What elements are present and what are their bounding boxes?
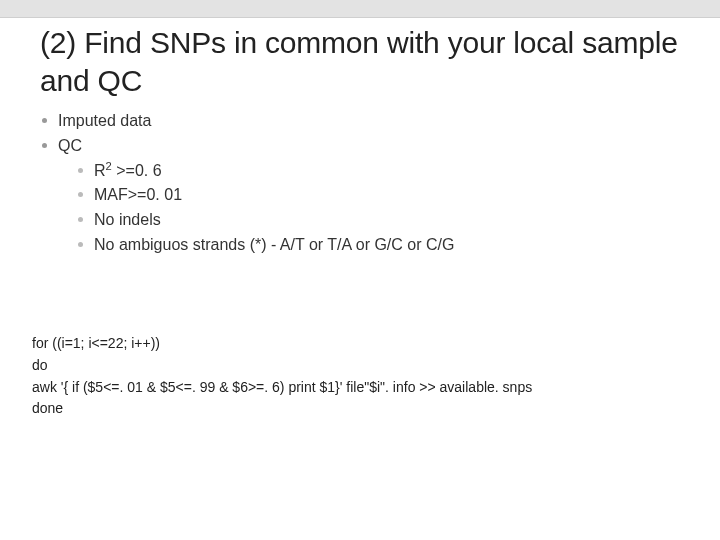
list-item-label: QC: [58, 137, 82, 154]
slide: (2) Find SNPs in common with your local …: [0, 0, 720, 540]
text-suffix: >=0. 6: [112, 162, 162, 179]
code-line: done: [32, 398, 672, 420]
list-item: No indels: [76, 208, 680, 233]
code-line: for ((i=1; i<=22; i++)): [32, 333, 672, 355]
list-item: R2 >=0. 6: [76, 159, 680, 184]
slide-content: (2) Find SNPs in common with your local …: [0, 18, 720, 258]
list-item: No ambiguos strands (*) - A/T or T/A or …: [76, 233, 680, 258]
code-line: do: [32, 355, 672, 377]
top-bar: [0, 0, 720, 18]
bullet-list-level1: Imputed data QC R2 >=0. 6 MAF>=0. 01 No …: [40, 109, 680, 258]
list-item: QC R2 >=0. 6 MAF>=0. 01 No indels No amb…: [40, 134, 680, 258]
bullet-list-level2: R2 >=0. 6 MAF>=0. 01 No indels No ambigu…: [76, 159, 680, 258]
slide-title: (2) Find SNPs in common with your local …: [40, 24, 680, 99]
code-line: awk '{ if ($5<=. 01 & $5<=. 99 & $6>=. 6…: [32, 377, 672, 399]
code-block: for ((i=1; i<=22; i++)) do awk '{ if ($5…: [32, 333, 672, 420]
list-item: MAF>=0. 01: [76, 183, 680, 208]
text-prefix: R: [94, 162, 106, 179]
list-item: Imputed data: [40, 109, 680, 134]
